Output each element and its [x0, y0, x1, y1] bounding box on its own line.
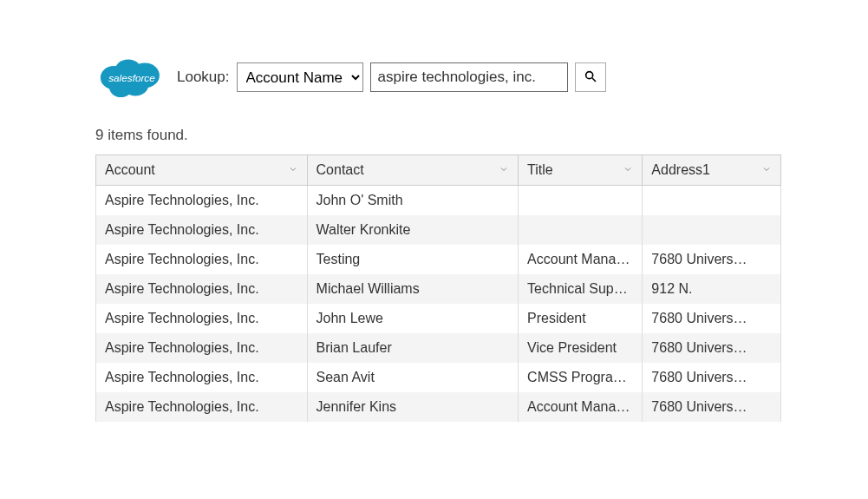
- cell-title: [519, 186, 643, 216]
- column-header-title[interactable]: Title: [519, 155, 643, 186]
- column-label: Contact: [317, 162, 364, 177]
- lookup-header: salesforce Lookup: Account Name: [95, 52, 781, 102]
- column-label: Title: [527, 162, 553, 177]
- column-label: Address1: [651, 162, 710, 177]
- chevron-down-icon: [623, 162, 633, 178]
- svg-point-5: [585, 71, 592, 78]
- table-row[interactable]: Aspire Technologies, Inc.Sean AvitCMSS P…: [96, 363, 781, 392]
- table-row[interactable]: Aspire Technologies, Inc.John O' Smith: [96, 186, 781, 216]
- table-row[interactable]: Aspire Technologies, Inc.Walter Kronkite: [96, 215, 781, 245]
- cell-address1: 912 N.: [643, 274, 781, 304]
- column-header-account[interactable]: Account: [96, 155, 308, 186]
- cell-title: Account Mana…: [519, 245, 643, 274]
- search-icon: [584, 69, 597, 86]
- lookup-label: Lookup:: [177, 69, 230, 86]
- cell-address1: [643, 186, 781, 216]
- cell-contact: Sean Avit: [307, 363, 519, 392]
- cell-account: Aspire Technologies, Inc.: [96, 245, 308, 274]
- cell-address1: 7680 Univers…: [643, 245, 781, 274]
- cell-account: Aspire Technologies, Inc.: [96, 363, 308, 392]
- search-button[interactable]: [575, 62, 606, 92]
- cell-account: Aspire Technologies, Inc.: [96, 333, 308, 363]
- cell-title: Account Mana…: [519, 392, 643, 422]
- cell-contact: Brian Laufer: [307, 333, 519, 363]
- cell-address1: 7680 Univers…: [643, 363, 781, 392]
- cell-contact: John Lewe: [307, 304, 519, 333]
- chevron-down-icon: [499, 162, 509, 178]
- cell-contact: Jennifer Kins: [307, 392, 519, 422]
- cell-address1: 7680 Univers…: [643, 304, 781, 333]
- cell-title: [519, 215, 643, 245]
- table-row[interactable]: Aspire Technologies, Inc.Michael William…: [96, 274, 781, 304]
- column-label: Account: [105, 162, 155, 177]
- cell-account: Aspire Technologies, Inc.: [96, 186, 308, 216]
- cell-address1: 7680 Univers…: [643, 392, 781, 422]
- chevron-down-icon: [288, 162, 298, 178]
- cell-title: President: [519, 304, 643, 333]
- cell-address1: [643, 215, 781, 245]
- column-header-contact[interactable]: Contact: [307, 155, 519, 186]
- cell-title: Technical Sup…: [519, 274, 643, 304]
- cell-contact: Testing: [307, 245, 519, 274]
- results-count: 9 items found.: [95, 127, 781, 144]
- chevron-down-icon: [761, 162, 772, 178]
- table-row[interactable]: Aspire Technologies, Inc.Jennifer KinsAc…: [96, 392, 781, 422]
- results-table: Account Contact Title: [95, 154, 781, 422]
- cell-contact: John O' Smith: [307, 186, 519, 216]
- table-row[interactable]: Aspire Technologies, Inc.TestingAccount …: [96, 245, 781, 274]
- lookup-field-select[interactable]: Account Name: [237, 62, 363, 92]
- cell-contact: Michael Williams: [307, 274, 519, 304]
- lookup-search-input[interactable]: [370, 62, 568, 92]
- salesforce-logo: salesforce: [95, 52, 168, 102]
- cell-account: Aspire Technologies, Inc.: [96, 274, 308, 304]
- column-header-address1[interactable]: Address1: [643, 155, 781, 186]
- cell-account: Aspire Technologies, Inc.: [96, 215, 308, 245]
- cell-address1: 7680 Univers…: [643, 333, 781, 363]
- table-row[interactable]: Aspire Technologies, Inc.John LewePresid…: [96, 304, 781, 333]
- cell-title: CMSS Progra…: [519, 363, 643, 392]
- cell-account: Aspire Technologies, Inc.: [96, 304, 308, 333]
- cell-account: Aspire Technologies, Inc.: [96, 392, 308, 422]
- cell-contact: Walter Kronkite: [307, 215, 519, 245]
- cell-title: Vice President: [519, 333, 643, 363]
- table-row[interactable]: Aspire Technologies, Inc.Brian LauferVic…: [96, 333, 781, 363]
- svg-line-6: [592, 78, 596, 82]
- salesforce-logo-text: salesforce: [108, 72, 155, 83]
